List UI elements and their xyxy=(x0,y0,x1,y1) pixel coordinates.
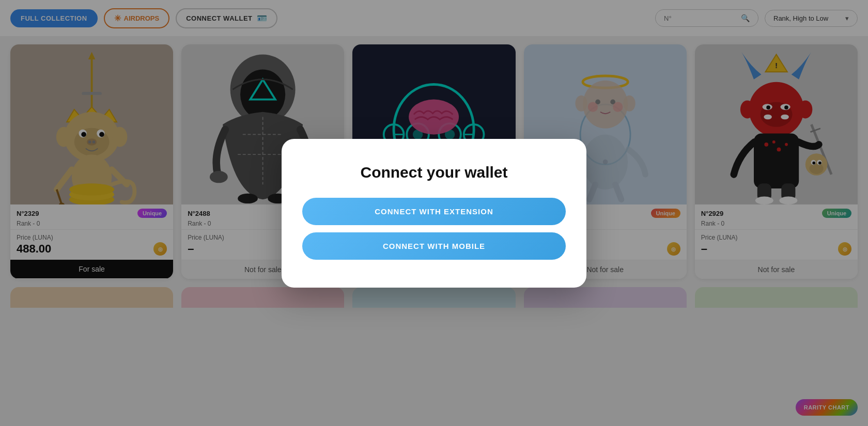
connect-extension-button[interactable]: CONNECT WITH EXTENSION xyxy=(302,198,566,225)
connect-mobile-button[interactable]: CONNECT WITH MOBILE xyxy=(302,232,566,260)
wallet-modal: Connect your wallet CONNECT WITH EXTENSI… xyxy=(282,139,586,288)
modal-title: Connect your wallet xyxy=(302,164,566,181)
modal-overlay[interactable]: Connect your wallet CONNECT WITH EXTENSI… xyxy=(0,0,868,426)
